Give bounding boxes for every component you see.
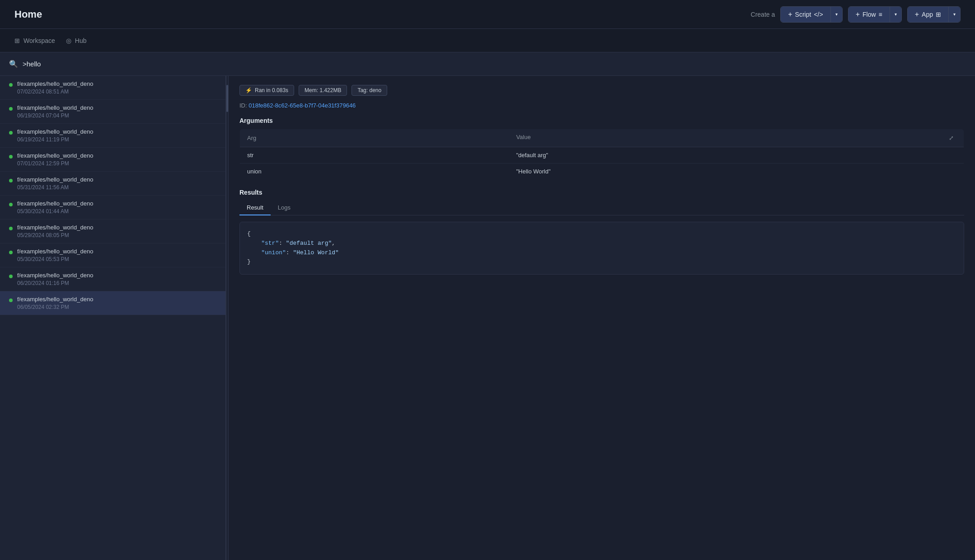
arguments-table: Arg Value ⤢ str "default arg" union "Hel…: [239, 129, 964, 180]
left-panel: f/examples/hello_world_deno 07/02/2024 0…: [0, 76, 226, 560]
item-name: f/examples/hello_world_deno: [17, 224, 216, 231]
item-name: f/examples/hello_world_deno: [17, 176, 216, 183]
workspace-icon: ⊞: [14, 37, 20, 44]
tab-logs[interactable]: Logs: [271, 201, 298, 215]
chevron-down-icon: ▾: [835, 12, 838, 17]
key-str: "str": [261, 240, 279, 247]
status-dot: [9, 107, 13, 111]
item-name: f/examples/hello_world_deno: [17, 128, 216, 135]
item-date: 07/01/2024 12:59 PM: [17, 160, 216, 167]
status-dot: [9, 179, 13, 182]
chevron-down-icon-app: ▾: [953, 12, 956, 17]
arg-col-header: Arg: [240, 129, 509, 147]
item-date: 05/30/2024 05:53 PM: [17, 256, 216, 262]
status-dot: [9, 131, 13, 135]
key-union: "union": [261, 249, 286, 256]
create-app-button[interactable]: + App ⊞: [908, 7, 948, 22]
mem-badge: Mem: 1.422MB: [299, 85, 347, 96]
val-str: "default arg": [286, 240, 332, 247]
item-name: f/examples/hello_world_deno: [17, 248, 216, 255]
item-date: 06/19/2024 07:04 PM: [17, 112, 216, 119]
item-date: 05/30/2024 01:44 AM: [17, 208, 216, 215]
item-date: 06/05/2024 02:32 PM: [17, 304, 216, 310]
flow-label: Flow: [862, 11, 876, 18]
create-app-group: + App ⊞ ▾: [907, 6, 961, 23]
results-section: Results Result Logs { "str": "default ar…: [239, 189, 964, 275]
code-icon: </>: [814, 11, 823, 18]
page-title: Home: [14, 9, 42, 20]
plus-icon-app: +: [915, 10, 919, 19]
header: Home Create a + Script </> ▾ + Flow ≡ ▾: [0, 0, 975, 29]
sidebar-item-hub[interactable]: ◎ Hub: [66, 35, 87, 46]
item-name: f/examples/hello_world_deno: [17, 200, 216, 207]
create-script-button[interactable]: + Script </>: [781, 7, 830, 22]
create-flow-dropdown[interactable]: ▾: [890, 7, 901, 22]
create-label: Create a: [751, 11, 775, 18]
badges: ⚡ Ran in 0.083s Mem: 1.422MB Tag: deno: [239, 85, 964, 96]
list-item[interactable]: f/examples/hello_world_deno 06/05/2024 0…: [0, 291, 225, 315]
hub-label: Hub: [75, 37, 87, 44]
item-name: f/examples/hello_world_deno: [17, 104, 216, 111]
id-label: ID:: [239, 102, 247, 109]
tag-label: Tag: deno: [357, 87, 381, 93]
list-item[interactable]: f/examples/hello_world_deno 06/19/2024 1…: [0, 124, 225, 148]
header-actions: Create a + Script </> ▾ + Flow ≡ ▾: [751, 6, 961, 23]
main-content: f/examples/hello_world_deno 07/02/2024 0…: [0, 76, 975, 560]
id-line: ID: 018fe862-8c62-65e8-b7f7-04e31f379646: [239, 102, 964, 109]
status-dot: [9, 299, 13, 302]
list-item[interactable]: f/examples/hello_world_deno 06/20/2024 0…: [0, 267, 225, 291]
app-icon: ⊞: [936, 11, 941, 18]
expand-button[interactable]: ⤢: [946, 134, 956, 142]
plus-icon-flow: +: [856, 10, 860, 19]
right-panel: ⚡ Ran in 0.083s Mem: 1.422MB Tag: deno I…: [229, 76, 975, 560]
plus-icon: +: [788, 10, 792, 19]
table-row: str "default arg": [240, 147, 964, 163]
mem-label: Mem: 1.422MB: [305, 87, 341, 93]
create-app-dropdown[interactable]: ▾: [948, 7, 960, 22]
id-value[interactable]: 018fe862-8c62-65e8-b7f7-04e31f379646: [248, 102, 356, 109]
item-name: f/examples/hello_world_deno: [17, 80, 216, 87]
item-date: 06/19/2024 11:19 PM: [17, 136, 216, 143]
item-name: f/examples/hello_world_deno: [17, 296, 216, 303]
list-item[interactable]: f/examples/hello_world_deno 06/19/2024 0…: [0, 100, 225, 124]
arg-cell: str: [240, 147, 509, 163]
list-item[interactable]: f/examples/hello_world_deno 05/30/2024 0…: [0, 196, 225, 219]
lightning-icon: ⚡: [245, 87, 252, 93]
scroll-thumb: [226, 85, 228, 112]
script-label: Script: [795, 11, 811, 18]
list-item[interactable]: f/examples/hello_world_deno 07/02/2024 0…: [0, 76, 225, 100]
status-dot: [9, 203, 13, 206]
list-item[interactable]: f/examples/hello_world_deno 05/31/2024 1…: [0, 172, 225, 196]
search-bar: 🔍: [0, 52, 975, 76]
list-item[interactable]: f/examples/hello_world_deno 05/29/2024 0…: [0, 219, 225, 243]
flow-icon: ≡: [879, 11, 882, 18]
arg-cell: union: [240, 163, 509, 180]
search-input[interactable]: [23, 60, 966, 68]
val-union: "Hello World": [293, 249, 338, 256]
table-row: union "Hello World": [240, 163, 964, 180]
results-tabs: Result Logs: [239, 201, 964, 215]
tag-badge: Tag: deno: [352, 85, 387, 96]
chevron-down-icon-flow: ▾: [895, 12, 897, 17]
list-item[interactable]: f/examples/hello_world_deno 07/01/2024 1…: [0, 148, 225, 172]
value-cell: "Hello World": [509, 163, 964, 180]
item-date: 06/20/2024 01:16 PM: [17, 280, 216, 286]
create-script-group: + Script </> ▾: [780, 6, 842, 23]
ran-in-label: Ran in 0.083s: [255, 87, 288, 93]
value-cell: "default arg": [509, 147, 964, 163]
create-flow-button[interactable]: + Flow ≡: [848, 7, 890, 22]
search-icon: 🔍: [9, 60, 18, 68]
item-name: f/examples/hello_world_deno: [17, 152, 216, 159]
tab-result[interactable]: Result: [239, 201, 271, 215]
status-dot: [9, 227, 13, 230]
value-col-header: Value ⤢: [509, 129, 964, 147]
item-name: f/examples/hello_world_deno: [17, 272, 216, 279]
create-script-dropdown[interactable]: ▾: [830, 7, 842, 22]
list-item[interactable]: f/examples/hello_world_deno 05/30/2024 0…: [0, 243, 225, 267]
sidebar-item-workspace[interactable]: ⊞ Workspace: [14, 35, 55, 46]
hub-icon: ◎: [66, 37, 71, 44]
brace-close: }: [247, 258, 251, 265]
workspace-label: Workspace: [23, 37, 55, 44]
status-dot: [9, 155, 13, 159]
ran-in-badge: ⚡ Ran in 0.083s: [239, 85, 294, 96]
